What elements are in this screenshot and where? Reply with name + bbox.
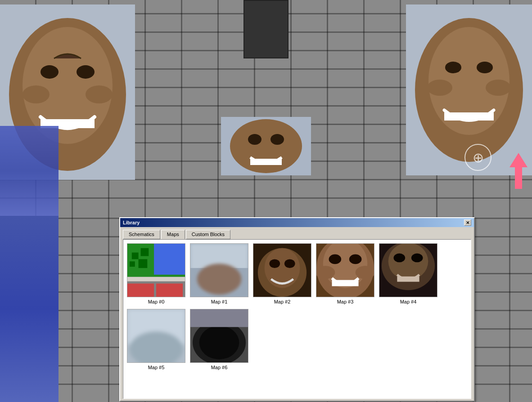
svg-point-19: [271, 134, 284, 145]
svg-rect-30: [139, 259, 148, 268]
svg-point-18: [248, 134, 261, 145]
svg-rect-53: [397, 277, 419, 282]
map-thumbnail-1: [190, 243, 248, 297]
svg-rect-25: [127, 284, 154, 297]
ceiling-opening: [243, 0, 289, 58]
maps-tab-content: Map #0 Map #1: [123, 239, 471, 399]
dialog-close-button[interactable]: ✕: [464, 219, 471, 226]
map-label-4: Map #4: [400, 299, 417, 304]
svg-point-34: [197, 264, 241, 295]
svg-point-6: [23, 85, 50, 103]
svg-point-50: [388, 243, 428, 280]
minecraft-scene: [0, 0, 532, 216]
svg-point-47: [356, 266, 374, 279]
map-label-0: Map #0: [148, 299, 165, 304]
map-label-6: Map #6: [211, 365, 228, 370]
svg-point-51: [394, 254, 406, 263]
dialog-titlebar: Library ✕: [120, 218, 474, 227]
tab-custom-blocks[interactable]: Custom Blocks: [186, 230, 230, 239]
svg-point-43: [329, 255, 342, 264]
map-thumbnail-0: [127, 243, 185, 297]
svg-point-15: [486, 80, 511, 96]
map-thumbnail-2: [253, 243, 311, 297]
svg-point-39: [284, 259, 295, 268]
svg-rect-29: [130, 261, 135, 267]
svg-rect-26: [156, 284, 183, 297]
map-label-1: Map #1: [211, 299, 228, 304]
svg-point-38: [269, 259, 280, 268]
blue-blocks-bottom: [0, 216, 59, 402]
svg-point-12: [477, 62, 493, 73]
svg-point-44: [349, 255, 362, 264]
map-item-4[interactable]: Map #4: [379, 243, 437, 304]
tab-maps[interactable]: Maps: [161, 230, 185, 239]
center-wall-face: [221, 117, 311, 175]
compass-indicator: [464, 144, 491, 171]
svg-point-14: [427, 80, 452, 96]
blue-blocks: [0, 126, 59, 216]
dialog-content: Schematics Maps Custom Blocks: [120, 227, 474, 402]
map-item-0[interactable]: Map #0: [127, 243, 185, 304]
dialog-title: Library: [123, 220, 140, 225]
svg-point-37: [265, 248, 300, 288]
svg-rect-22: [154, 244, 185, 275]
svg-point-7: [86, 85, 113, 103]
tab-bar: Schematics Maps Custom Blocks: [123, 230, 471, 239]
map-label-3: Map #3: [337, 299, 354, 304]
library-dialog: Library ✕ Schematics Maps Custom Blocks: [119, 217, 475, 402]
map-item-1[interactable]: Map #1: [190, 243, 248, 304]
svg-point-4: [77, 65, 95, 79]
svg-rect-45: [332, 280, 358, 286]
svg-point-59: [199, 326, 239, 359]
map-thumbnail-6: [190, 309, 248, 363]
map-thumbnail-3: [316, 243, 374, 297]
map-item-6[interactable]: Map #6: [190, 309, 248, 370]
svg-rect-27: [132, 253, 139, 259]
map-item-2[interactable]: Map #2: [253, 243, 311, 304]
map-thumbnail-5: [127, 309, 185, 363]
svg-point-52: [411, 254, 423, 263]
tab-schematics[interactable]: Schematics: [123, 230, 160, 239]
svg-rect-24: [127, 277, 185, 281]
svg-point-11: [445, 62, 461, 73]
map-label-2: Map #2: [274, 299, 291, 304]
map-item-3[interactable]: Map #3: [316, 243, 374, 304]
svg-point-46: [316, 266, 335, 279]
svg-point-3: [41, 65, 59, 79]
map-thumbnail-4: [379, 243, 437, 297]
map-label-5: Map #5: [148, 365, 165, 370]
map-item-5[interactable]: Map #5: [127, 309, 185, 370]
svg-rect-20: [250, 159, 282, 165]
svg-rect-60: [190, 309, 248, 327]
svg-rect-28: [141, 248, 149, 256]
svg-rect-13: [444, 112, 494, 121]
